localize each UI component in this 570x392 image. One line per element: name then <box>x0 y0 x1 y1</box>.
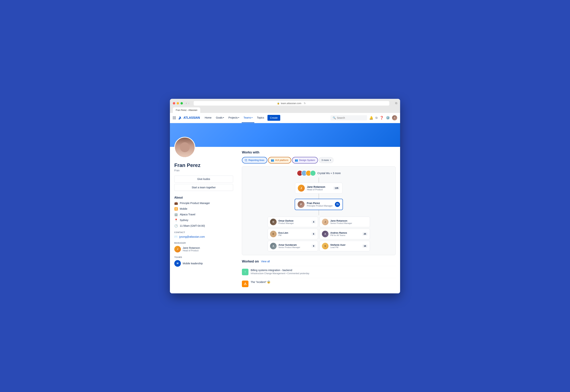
work-item-1-title: Billing systems integration - backend <box>251 269 309 272</box>
andres-badge: 25 <box>362 232 368 236</box>
tab-reporting-lines[interactable]: ⿻ Reporting lines <box>242 157 267 164</box>
back-icon[interactable]: ‹ <box>186 102 187 105</box>
manager-org-badge: 135 <box>333 186 340 190</box>
amar-role: Senior Product Manager <box>278 246 310 248</box>
omar-name: Omar Darboe <box>278 219 310 222</box>
url-text: team.atlassian.com <box>281 102 301 105</box>
report-omar[interactable]: O Omar Darboe Product Manager 4 <box>268 217 318 227</box>
copy-icon[interactable]: ⧉ <box>375 116 377 119</box>
manager-item: J Jane Rotanson Head of Product <box>174 246 233 252</box>
manager-org-name: Jane Rotanson <box>307 185 331 188</box>
org-top-group: Crystal Wu + 3 more J Jane Rotanson Head… <box>246 170 392 251</box>
view-all-link[interactable]: View all <box>261 260 270 263</box>
org-manager-card[interactable]: J Jane Rotanson Head of Product 135 <box>295 183 343 194</box>
forward-icon[interactable]: › <box>188 102 189 105</box>
group-avatar-4 <box>310 170 316 176</box>
manager-org-avatar: J <box>298 185 305 192</box>
org-line-2 <box>319 194 319 199</box>
nav-teams[interactable]: Teams ▾ <box>242 113 254 123</box>
chevron-down-icon: ▾ <box>223 116 224 119</box>
building-icon: 🏢 <box>174 213 178 216</box>
manager-label: MANAGER <box>174 242 233 244</box>
work-item-2-title: The "incident" 😱 <box>251 280 270 283</box>
about-role: 💼 Principle Product Manager <box>174 201 233 205</box>
eva-info: Eva Lien PM <box>278 231 310 236</box>
new-tab-icon[interactable]: ⧉ <box>395 102 397 105</box>
current-user-org-role: Principle Product Manager <box>307 205 333 207</box>
browser-window: ‹ › 🔒 team.atlassian.com ↻ ⧉ Fran Perez … <box>170 99 400 293</box>
andres-name: Andres Ramos <box>330 231 361 234</box>
work-item-icon-1: ↑ <box>242 269 249 275</box>
amar-info: Amar Sundaram Senior Product Manager <box>278 243 310 248</box>
omar-badge: 4 <box>311 220 316 224</box>
org-current-user-card[interactable]: F Fran Perez Principle Product Manager 7… <box>295 199 343 210</box>
main-content: Fran Perez Fran Give kudos Start a team … <box>170 147 400 293</box>
report-stefanie[interactable]: S Stefanie Auer Lead PM 16 <box>320 241 370 251</box>
create-button[interactable]: Create <box>267 115 280 121</box>
atlassian-logo-text: ATLASSIAN <box>183 116 200 119</box>
profile-main: Works with ⿻ Reporting lines 👥 AUI platf… <box>237 147 400 293</box>
report-eva[interactable]: E Eva Lien PM 6 <box>268 229 318 239</box>
search-input[interactable] <box>337 116 365 119</box>
report-jane[interactable]: J Jane Rotanson Senior Product Manager <box>320 217 370 227</box>
org-line-1 <box>319 178 319 183</box>
sitemap-icon: 🔀 <box>174 207 178 210</box>
work-item-1[interactable]: ↑ Billing systems integration - backend … <box>242 266 396 278</box>
user-avatar[interactable]: F <box>392 115 397 120</box>
minimize-button[interactable] <box>177 102 179 104</box>
browser-nav: ‹ › <box>186 102 189 105</box>
start-team-button[interactable]: Start a team together <box>174 184 233 191</box>
atlassian-logo-icon <box>178 116 182 120</box>
omar-avatar: O <box>270 219 277 225</box>
url-bar[interactable]: 🔒 team.atlassian.com ↻ <box>194 101 389 106</box>
jane2-avatar: J <box>322 219 329 225</box>
omar-role: Product Manager <box>278 222 310 224</box>
org-top-label: Crystal Wu + 3 more <box>317 172 341 175</box>
maximize-button[interactable] <box>181 102 183 104</box>
stefanie-info: Stefanie Auer Lead PM <box>330 243 361 248</box>
close-button[interactable] <box>173 102 175 104</box>
eva-avatar: E <box>270 231 277 237</box>
browser-tabs: Fran Perez - Atlassian <box>173 107 397 113</box>
help-icon[interactable]: ❓ <box>380 116 384 120</box>
report-andres[interactable]: A Andres Ramos PM for All Teams 25 <box>320 229 370 239</box>
manager-role: Head of Product <box>183 249 200 252</box>
atlassian-logo[interactable]: ATLASSIAN <box>178 116 200 120</box>
omar-info: Omar Darboe Product Manager <box>278 219 310 224</box>
jane2-info: Jane Rotanson Senior Product Manager <box>330 219 368 224</box>
apps-grid-icon[interactable] <box>173 116 176 119</box>
report-amar[interactable]: A Amar Sundaram Senior Product Manager 9 <box>268 241 318 251</box>
andres-info: Andres Ramos PM for All Teams <box>330 231 361 236</box>
contact-email[interactable]: ✉️ jysong@atlassian.com <box>174 235 233 238</box>
profile-avatar-wrap <box>174 137 233 158</box>
current-user-org-badge: 75 <box>335 202 340 207</box>
eva-name: Eva Lien <box>278 231 310 234</box>
nav-home[interactable]: Home <box>203 113 213 123</box>
about-org: 🔀 Mobile <box>174 207 233 210</box>
bell-icon[interactable]: 🔔 <box>369 116 373 120</box>
tabs-row: ⿻ Reporting lines 👥 AUI platform 👥 Desig… <box>242 157 396 164</box>
search-box[interactable]: 🔍 <box>331 115 367 120</box>
location-icon: 📍 <box>174 218 178 222</box>
give-kudos-button[interactable]: Give kudos <box>174 176 233 182</box>
active-tab[interactable]: Fran Perez - Atlassian <box>173 107 200 113</box>
andres-role: PM for All Teams <box>330 234 361 236</box>
tab-more[interactable]: 3 more ▾ <box>319 157 334 163</box>
nav-goals[interactable]: Goals ▾ <box>214 113 226 123</box>
fran-photo <box>175 138 195 157</box>
chevron-down-icon: ▾ <box>251 116 252 119</box>
tab-design-system[interactable]: 👥 Design System <box>292 157 318 164</box>
work-item-2[interactable]: ⚠ The "incident" 😱 <box>242 278 396 290</box>
eva-badge: 6 <box>311 232 316 236</box>
nav-topics[interactable]: Topics <box>255 113 266 123</box>
manager-info: Jane Rotanson Head of Product <box>183 246 200 252</box>
settings-icon[interactable]: ⚙️ <box>386 116 390 120</box>
eva-role: PM <box>278 234 310 236</box>
manager-name: Jane Rotanson <box>183 246 200 249</box>
about-location: 📍 Sydney <box>174 218 233 222</box>
clock-icon: 🕐 <box>174 224 178 228</box>
chevron-down-icon: ▾ <box>330 159 331 161</box>
refresh-icon[interactable]: ↻ <box>304 102 306 105</box>
tab-aui-platform[interactable]: 👥 AUI platform <box>268 157 291 164</box>
nav-projects[interactable]: Projects ▾ <box>226 113 241 123</box>
